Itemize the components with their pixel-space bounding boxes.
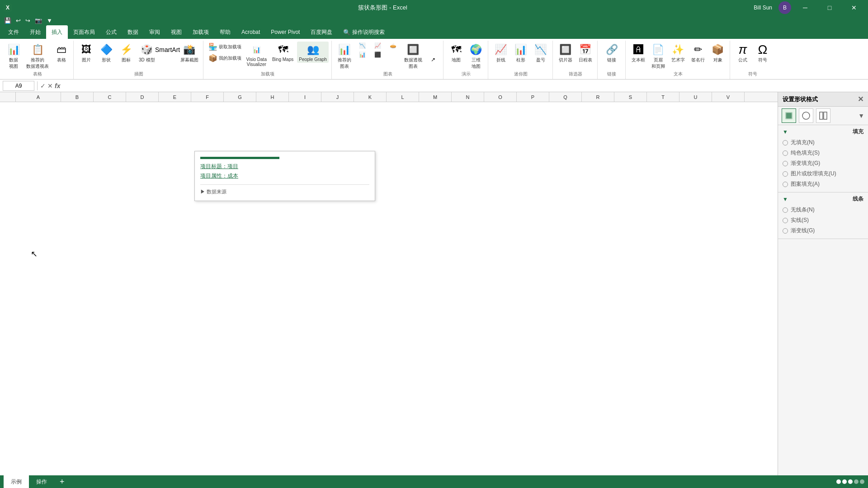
line-sparkline-button[interactable]: 📈 折线	[492, 42, 510, 64]
right-panel-close-button[interactable]: ✕	[858, 95, 863, 103]
header-footer-button[interactable]: 📄 页眉和页脚	[649, 42, 667, 70]
tab-baidu[interactable]: 百度网盘	[305, 25, 338, 39]
minimize-button[interactable]: ─	[795, 0, 816, 15]
tab-help[interactable]: 帮助	[214, 25, 236, 39]
line-solid-option[interactable]: 实线(S)	[783, 215, 863, 225]
col-header-u[interactable]: U	[679, 92, 712, 102]
tab-data[interactable]: 数据	[122, 25, 144, 39]
fx-cancel-icon[interactable]: ✕	[47, 82, 53, 89]
symbol-button[interactable]: Ω 符号	[754, 42, 772, 64]
panel-dropdown-button[interactable]: ▼	[858, 112, 864, 119]
col-sparkline-button[interactable]: 📊 柱形	[512, 42, 530, 64]
line-none-option[interactable]: 无线条(N)	[783, 205, 863, 215]
tab-operation[interactable]: 操作	[29, 475, 54, 488]
fill-effects-panel-button[interactable]	[782, 108, 796, 123]
tab-view[interactable]: 视图	[165, 25, 187, 39]
screenshot-qat-button[interactable]: 📷	[33, 17, 43, 24]
bing-maps-button[interactable]: 🗺 Bing Maps	[270, 42, 295, 63]
fill-picture-option[interactable]: 图片或纹理填充(U)	[783, 169, 863, 179]
3d-map-button[interactable]: 🌍 三维地图	[467, 42, 485, 70]
col-header-h[interactable]: H	[256, 92, 289, 102]
col-header-l[interactable]: L	[387, 92, 419, 102]
col-header-k[interactable]: K	[354, 92, 387, 102]
tab-insert[interactable]: 插入	[46, 25, 68, 39]
pivot-chart-button[interactable]: 🔲 数据透视图表	[402, 42, 424, 70]
fill-solid-option[interactable]: 纯色填充(S)	[783, 148, 863, 158]
fill-gradient-option[interactable]: 渐变填充(G)	[783, 158, 863, 169]
col-header-v[interactable]: V	[712, 92, 745, 102]
link-button[interactable]: 🔗 链接	[603, 42, 621, 64]
object-button[interactable]: 📦 对象	[709, 42, 727, 64]
name-box[interactable]: A9	[3, 81, 34, 91]
formula-input[interactable]	[63, 83, 865, 89]
icons-button[interactable]: ⚡ 图标	[117, 42, 135, 64]
col-header-c[interactable]: C	[94, 92, 126, 102]
shape-options-panel-button[interactable]	[799, 108, 813, 123]
col-header-o[interactable]: O	[484, 92, 517, 102]
user-avatar[interactable]: B	[778, 1, 791, 14]
wordart-button[interactable]: ✨ 艺术字	[669, 42, 687, 64]
tab-addins[interactable]: 加载项	[187, 25, 214, 39]
fx-check-icon[interactable]: ✓	[40, 82, 46, 89]
col-header-s[interactable]: S	[614, 92, 647, 102]
pie-chart-button[interactable]: 🥧	[386, 42, 401, 50]
col-header-m[interactable]: M	[419, 92, 452, 102]
col-header-t[interactable]: T	[647, 92, 679, 102]
redo-qat-button[interactable]: ↪	[24, 17, 32, 24]
col-header-q[interactable]: Q	[549, 92, 582, 102]
tab-file[interactable]: 文件	[3, 25, 24, 39]
tab-power-pivot[interactable]: Power Pivot	[265, 25, 305, 39]
3d-model-button[interactable]: 🎲 3D 模型	[137, 42, 157, 64]
col-header-j[interactable]: J	[321, 92, 354, 102]
col-header-b[interactable]: B	[61, 92, 94, 102]
recommended-pivot-button[interactable]: 📋 推荐的数据透视表	[24, 42, 51, 70]
tab-formula[interactable]: 公式	[100, 25, 122, 39]
save-qat-button[interactable]: 💾	[3, 17, 13, 24]
equation-button[interactable]: π 公式	[734, 42, 752, 64]
picture-button[interactable]: 🖼 图片	[77, 42, 95, 64]
fill-pattern-option[interactable]: 图案填充(A)	[783, 179, 863, 189]
maximize-button[interactable]: □	[819, 0, 840, 15]
qat-more-button[interactable]: ▼	[45, 17, 54, 24]
table-button[interactable]: 🗃 表格	[52, 42, 71, 64]
map-button[interactable]: 🗺 地图	[447, 42, 465, 64]
timeline-button[interactable]: 📅 日程表	[576, 42, 594, 64]
my-addins-button[interactable]: 📦 我的加载项	[207, 53, 243, 63]
visio-button[interactable]: 📊 Visio DataVisualizer	[245, 42, 269, 68]
bar-chart-button[interactable]: 📉	[355, 42, 370, 50]
col-header-e[interactable]: E	[159, 92, 191, 102]
tab-search[interactable]: 🔍操作说明搜索	[338, 25, 390, 39]
chart-expand-button[interactable]: ↗	[426, 56, 440, 71]
signature-button[interactable]: ✏ 签名行	[689, 42, 707, 64]
shapes-button[interactable]: 🔷 形状	[97, 42, 115, 64]
col-header-d[interactable]: D	[126, 92, 159, 102]
col-header-n[interactable]: N	[452, 92, 484, 102]
line-chart-button[interactable]: 📈	[371, 42, 385, 50]
line-section-header[interactable]: ▼ 线条	[783, 195, 863, 203]
chart-container[interactable]: 项目标题：项目 项目属性：成本 ▶ 数据来源	[194, 151, 375, 201]
screenshot-button[interactable]: 📸 屏幕截图	[179, 42, 200, 64]
fill-none-option[interactable]: 无填充(N)	[783, 137, 863, 148]
get-addins-button[interactable]: 🏪 获取加载项	[207, 42, 243, 52]
textbox-button[interactable]: 🅰 文本框	[629, 42, 647, 64]
col-header-i[interactable]: I	[289, 92, 321, 102]
col-header-f[interactable]: F	[191, 92, 224, 102]
data-view-button[interactable]: 📊 数据视图	[5, 42, 23, 70]
scatter-chart-button[interactable]: 📊	[355, 51, 370, 59]
add-sheet-button[interactable]: +	[58, 477, 66, 487]
chart-data-source[interactable]: ▶ 数据来源	[200, 188, 369, 195]
col-header-p[interactable]: P	[517, 92, 549, 102]
undo-qat-button[interactable]: ↩	[14, 17, 22, 24]
fill-section-header[interactable]: ▼ 填充	[783, 128, 863, 136]
tab-acrobat[interactable]: Acrobat	[236, 25, 265, 39]
col-header-r[interactable]: R	[582, 92, 614, 102]
close-button[interactable]: ✕	[844, 0, 864, 15]
tab-review[interactable]: 审阅	[144, 25, 165, 39]
smartart-button[interactable]: SmartArt	[159, 42, 177, 58]
people-graph-button[interactable]: 👥 People Graph	[297, 42, 329, 63]
col-header-a[interactable]: A	[16, 92, 61, 102]
recommended-charts-button[interactable]: 📊 推荐的图表	[335, 42, 354, 70]
tab-example[interactable]: 示例	[4, 475, 29, 488]
more-charts-button[interactable]: ⬛	[371, 51, 385, 59]
slicer-button[interactable]: 🔲 切片器	[557, 42, 575, 64]
